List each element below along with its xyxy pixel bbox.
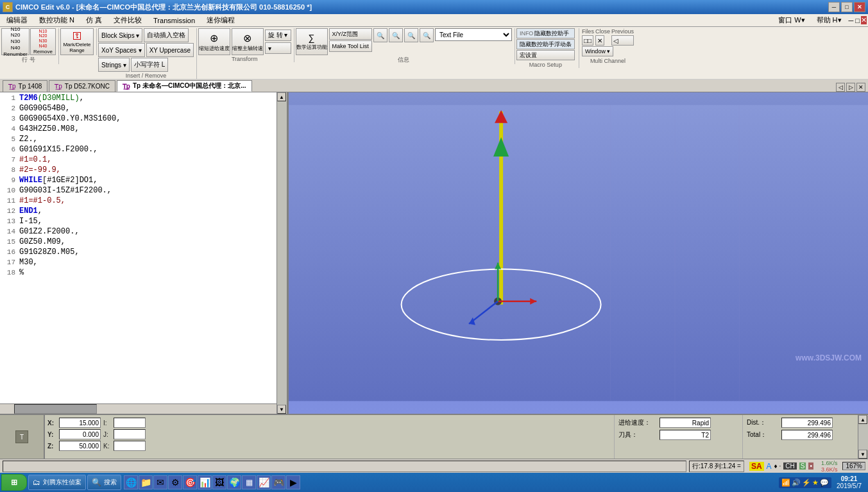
code-line: 15G0Z50.M09, bbox=[0, 237, 287, 248]
tab-close-btn[interactable]: ✕ bbox=[856, 83, 865, 92]
taskbar-game[interactable]: 🎮 bbox=[271, 475, 285, 489]
feed-row: 进给速度： Rapid bbox=[618, 418, 738, 428]
taskbar-grid[interactable]: ▦ bbox=[242, 475, 256, 489]
i-input[interactable] bbox=[114, 418, 146, 428]
remove-btn[interactable]: N10N20N30N40 Remove bbox=[30, 28, 56, 55]
view-q2[interactable]: 🔍 bbox=[389, 28, 403, 42]
code-line: 10G90G03I-15Z#1F2200., bbox=[0, 186, 287, 196]
taskbar-folder[interactable]: 📁 bbox=[139, 475, 153, 489]
menu-window[interactable]: 窗口 W▾ bbox=[773, 14, 810, 26]
code-editor[interactable]: 1T2M6(D30MILL),2G0G90G54B0,3G0G90G54X0.Y… bbox=[0, 92, 287, 414]
sa-logo: SA bbox=[749, 462, 764, 471]
uppercase-btn[interactable]: XY Uppercase bbox=[146, 43, 194, 57]
menu-mini[interactable]: 迷你编程 bbox=[201, 14, 240, 26]
rotate-btn[interactable]: 旋 转 ▾ bbox=[265, 30, 291, 41]
code-line: 18% bbox=[0, 268, 287, 278]
scroll-down-btn[interactable]: ▼ bbox=[277, 405, 286, 414]
previous-btn[interactable]: ◁ bbox=[611, 35, 634, 46]
tray-bluetooth: ⚡ bbox=[802, 479, 811, 487]
k-input[interactable] bbox=[114, 441, 146, 451]
menu-help[interactable]: 帮助 H▾ bbox=[812, 14, 847, 26]
multi-channel-label: Multi Channel bbox=[582, 58, 634, 64]
tab-prev-btn[interactable]: ◁ bbox=[836, 83, 845, 92]
macro-settings-btn[interactable]: 宏设置 bbox=[516, 50, 575, 60]
adjust-spindle-btn[interactable]: ⊗ 缩整主轴转速 bbox=[232, 28, 264, 55]
info-left-icon: T bbox=[0, 415, 45, 459]
vp-scroll-down[interactable]: ▼ bbox=[858, 450, 867, 459]
spaces-btn[interactable]: XoY Spaces ▾ bbox=[98, 43, 145, 57]
coordinates-panel: X: I: Y: J: Z: K: bbox=[45, 415, 614, 459]
files-btn[interactable]: □□ bbox=[582, 35, 593, 46]
taskbar-app4[interactable]: 🎯 bbox=[183, 475, 197, 489]
hide-helper-btn[interactable]: INFO 隐藏数控助手 bbox=[516, 28, 575, 38]
tab-0[interactable]: T͟p Tp 1408 bbox=[3, 80, 47, 92]
lowercase-btn[interactable]: 小写字符 L bbox=[131, 58, 168, 72]
menu-minimize[interactable]: ─ bbox=[849, 17, 854, 24]
status-line-col: 行:17.8 列:1.24 = bbox=[689, 461, 744, 472]
menu-transmission[interactable]: Transmission bbox=[148, 15, 200, 26]
math-btn[interactable]: ∑ 数学运算功能 bbox=[296, 28, 328, 55]
clock: 09:21 2019/5/7 bbox=[834, 475, 864, 489]
maximize-button[interactable]: □ bbox=[841, 2, 853, 12]
y-coord-input[interactable] bbox=[59, 429, 101, 439]
j-input[interactable] bbox=[114, 429, 146, 439]
xyz-range-btn[interactable]: X/Y/Z范围 bbox=[329, 28, 372, 40]
scroll-up-btn[interactable]: ▲ bbox=[277, 92, 286, 101]
close-mc-btn[interactable]: ✕ bbox=[595, 35, 604, 46]
code-line: 9WHILE[#1GE#2]DO1, bbox=[0, 176, 287, 186]
taskbar-right: 📶 🔊 ⚡ ★ 💬 09:21 2019/5/7 bbox=[779, 475, 867, 489]
zoom-level: 167% bbox=[842, 462, 865, 470]
transform-extra-btn[interactable]: ▾ bbox=[265, 42, 291, 54]
view-q3[interactable]: 🔍 bbox=[404, 28, 418, 42]
tab-2[interactable]: T͟p Tp 未命名—CIMCO中国总代理：北京... bbox=[117, 80, 252, 92]
view-q4[interactable]: 🔍 bbox=[420, 28, 434, 42]
hide-float-btn[interactable]: 隐藏数控助手浮动条 bbox=[516, 39, 575, 49]
status-bar: 行:17.8 列:1.24 = SA A ♦ · CH S • 1.6K/s 3… bbox=[0, 459, 868, 473]
view-q1[interactable]: 🔍 bbox=[373, 28, 387, 42]
viewport[interactable]: www.3DSJW.COM bbox=[289, 92, 868, 414]
start-button[interactable]: ⊞ bbox=[1, 474, 27, 491]
vp-scroll-up[interactable]: ▲ bbox=[858, 415, 867, 424]
status-left bbox=[3, 461, 686, 472]
speed-display: 1.6K/s 3.6K/s bbox=[821, 460, 838, 473]
taskbar-bar[interactable]: 📈 bbox=[257, 475, 271, 489]
other-indicator: • bbox=[808, 462, 813, 470]
text-file-combo[interactable]: Text File bbox=[435, 28, 512, 41]
window-btn[interactable]: Window ▾ bbox=[582, 46, 614, 56]
z-coord-input[interactable] bbox=[59, 441, 101, 451]
taskbar-app-liu[interactable]: 🗂 刘腾东性侦案 bbox=[28, 475, 86, 490]
toolbar-row1: N10N20N30N40 Renumber N10N20N30N40 Remov… bbox=[0, 27, 868, 80]
code-line: 11#1=#1-0.5, bbox=[0, 196, 287, 207]
menu-nc[interactable]: 数控功能 N bbox=[34, 14, 80, 26]
tab-1[interactable]: T͟p Tp D52.7KONC bbox=[49, 80, 115, 92]
tab-next-btn[interactable]: ▷ bbox=[846, 83, 855, 92]
code-line: 13I-15, bbox=[0, 217, 287, 227]
taskbar-globe[interactable]: 🌍 bbox=[227, 475, 241, 489]
menu-compare[interactable]: 文件比较 bbox=[108, 14, 147, 26]
code-line: 17M30, bbox=[0, 258, 287, 268]
taskbar-mail[interactable]: ✉ bbox=[153, 475, 167, 489]
menu-restore[interactable]: □ bbox=[855, 17, 860, 24]
strings-btn[interactable]: Strings ▾ bbox=[98, 58, 130, 72]
close-button[interactable]: ✕ bbox=[854, 2, 865, 12]
renumber-btn[interactable]: N10N20N30N40 Renumber bbox=[1, 28, 30, 55]
taskbar-app-search[interactable]: 🔍 搜索 bbox=[87, 475, 121, 490]
reduce-feed-btn[interactable]: ⊕ 缩短进给速度 bbox=[198, 28, 230, 55]
taskbar-img[interactable]: 🖼 bbox=[212, 475, 226, 489]
menu-editor[interactable]: 编辑器 bbox=[1, 14, 33, 26]
make-tool-btn[interactable]: Make Tool List bbox=[329, 40, 372, 52]
taskbar-app3[interactable]: ⚙ bbox=[168, 475, 182, 489]
title-bar: C CIMCO Edit v6.0 - [未命名—CIMCO中国总代理：北京兰光… bbox=[0, 0, 868, 14]
k-label: K: bbox=[103, 443, 111, 450]
minimize-button[interactable]: ─ bbox=[828, 2, 840, 12]
x-coord-input[interactable] bbox=[59, 418, 101, 428]
menu-simulate[interactable]: 仿 真 bbox=[81, 14, 107, 26]
taskbar-ie[interactable]: 🌐 bbox=[124, 475, 138, 489]
mark-delete-btn[interactable]: ⚿ Mark/DeleteRange bbox=[60, 28, 94, 55]
block-skips-btn[interactable]: Block Skips ▾ bbox=[98, 28, 142, 42]
menu-close[interactable]: ✕ bbox=[861, 16, 867, 24]
auto-insert-btn[interactable]: 自动插入空格 bbox=[144, 28, 189, 42]
taskbar-pp[interactable]: 📊 bbox=[198, 475, 212, 489]
insert-remove-label: Insert / Remove bbox=[126, 72, 167, 79]
taskbar-player[interactable]: ▶ bbox=[286, 475, 300, 489]
